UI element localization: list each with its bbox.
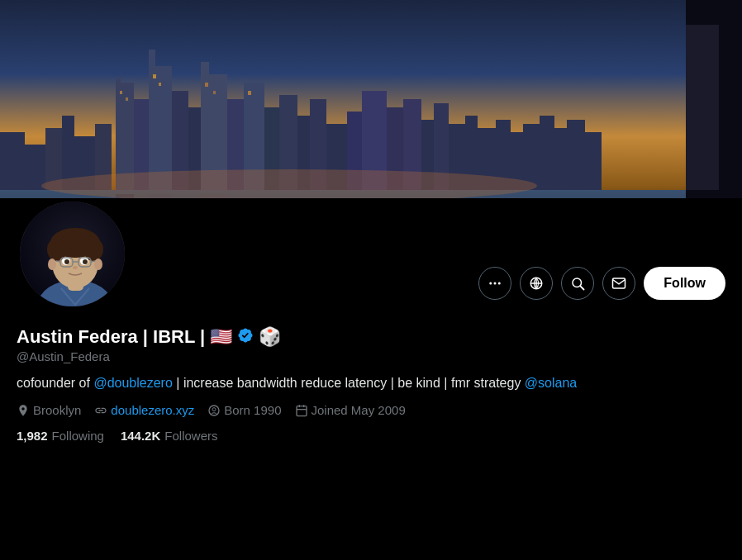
flag-emoji: 🇺🇸 bbox=[210, 326, 232, 348]
svg-rect-9 bbox=[116, 78, 121, 87]
avatar bbox=[17, 198, 128, 310]
svg-rect-40 bbox=[120, 91, 122, 94]
svg-point-73 bbox=[490, 282, 492, 285]
svg-point-61 bbox=[48, 259, 56, 270]
svg-rect-44 bbox=[205, 83, 208, 87]
svg-point-60 bbox=[55, 229, 96, 249]
svg-rect-83 bbox=[297, 406, 307, 415]
svg-point-50 bbox=[41, 169, 537, 202]
display-name: Austin Federa | IBRL | 🇺🇸 🎲 bbox=[17, 326, 725, 348]
location-text: Brooklyn bbox=[33, 403, 81, 417]
svg-rect-37 bbox=[554, 128, 567, 190]
followers-stat[interactable]: 144.2K Followers bbox=[121, 429, 218, 443]
born-meta: Born 1990 bbox=[207, 403, 281, 417]
svg-rect-43 bbox=[159, 83, 161, 86]
svg-rect-16 bbox=[201, 62, 209, 77]
username: @Austin_Federa bbox=[17, 349, 725, 363]
profile-info: Austin Federa | IBRL | 🇺🇸 🎲 @Austin_Fede… bbox=[17, 320, 725, 449]
search-button[interactable] bbox=[561, 267, 594, 300]
svg-point-82 bbox=[212, 407, 216, 411]
svg-rect-42 bbox=[153, 74, 156, 78]
following-label: Following bbox=[52, 429, 104, 443]
svg-rect-39 bbox=[585, 132, 602, 190]
svg-point-72 bbox=[73, 266, 78, 269]
svg-rect-36 bbox=[540, 116, 554, 190]
website-link[interactable]: doublezero.xyz bbox=[111, 403, 194, 417]
followers-count: 144.2K bbox=[121, 429, 160, 443]
svg-line-71 bbox=[91, 261, 95, 262]
verified-badge bbox=[237, 327, 254, 348]
bio-text: cofounder of bbox=[17, 376, 90, 390]
svg-rect-35 bbox=[523, 124, 540, 190]
website-meta: doublezero.xyz bbox=[94, 403, 194, 417]
svg-line-80 bbox=[581, 286, 584, 289]
svg-rect-45 bbox=[213, 91, 216, 94]
bio-mention-doublezero[interactable]: @doublezero bbox=[93, 376, 172, 390]
svg-rect-12 bbox=[149, 50, 155, 70]
more-button[interactable] bbox=[478, 267, 511, 300]
born-text: Born 1990 bbox=[224, 403, 281, 417]
svg-point-81 bbox=[209, 406, 219, 415]
following-count: 1,982 bbox=[17, 429, 48, 443]
meta-row: Brooklyn doublezero.xyz Born 1990 Joined… bbox=[17, 403, 725, 417]
profile-body: Follow Austin Federa | IBRL | 🇺🇸 🎲 @Aust… bbox=[0, 198, 742, 449]
stats-row: 1,982 Following 144.2K Followers bbox=[17, 429, 725, 443]
svg-rect-46 bbox=[248, 91, 251, 95]
svg-point-66 bbox=[83, 259, 88, 264]
avatar-action-row: Follow bbox=[17, 198, 725, 320]
svg-point-74 bbox=[494, 282, 497, 285]
svg-point-65 bbox=[64, 259, 69, 264]
action-buttons-group: Follow bbox=[478, 267, 725, 310]
svg-point-75 bbox=[498, 282, 501, 285]
follow-button[interactable]: Follow bbox=[644, 267, 725, 300]
svg-rect-3 bbox=[25, 145, 45, 190]
message-button[interactable] bbox=[602, 267, 635, 300]
profile-page: Follow Austin Federa | IBRL | 🇺🇸 🎲 @Aust… bbox=[0, 0, 742, 449]
svg-line-70 bbox=[56, 261, 60, 262]
svg-point-62 bbox=[94, 259, 102, 270]
bio-middle: | increase bandwidth reduce latency | be… bbox=[176, 376, 521, 390]
subscribe-button[interactable] bbox=[520, 267, 553, 300]
followers-label: Followers bbox=[164, 429, 217, 443]
bio: cofounder of @doublezero | increase band… bbox=[17, 373, 725, 393]
svg-rect-2 bbox=[0, 132, 25, 190]
location-meta: Brooklyn bbox=[17, 403, 81, 417]
joined-meta: Joined May 2009 bbox=[295, 403, 406, 417]
svg-rect-52 bbox=[686, 25, 719, 190]
display-name-text: Austin Federa | IBRL | bbox=[17, 326, 205, 348]
joined-text: Joined May 2009 bbox=[312, 403, 406, 417]
custom-emoji: 🎲 bbox=[259, 326, 281, 348]
svg-rect-41 bbox=[126, 97, 128, 101]
svg-rect-38 bbox=[567, 120, 585, 190]
bio-mention-solana[interactable]: @solana bbox=[525, 376, 577, 390]
following-stat[interactable]: 1,982 Following bbox=[17, 429, 104, 443]
